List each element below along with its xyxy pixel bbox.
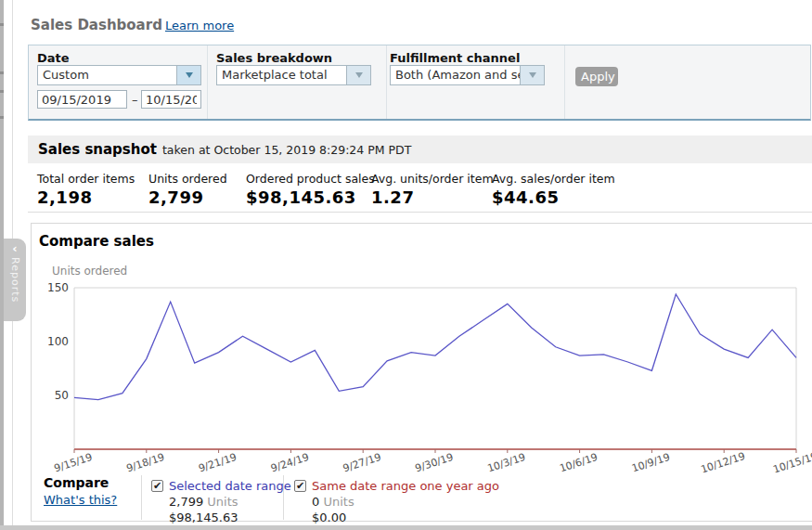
legend-units: 2,799 Units	[169, 495, 238, 509]
legend-sales: $0.00	[312, 511, 346, 524]
x-tick-label: 9/15/19	[53, 451, 94, 474]
chevron-left-icon: ‹	[12, 242, 17, 255]
legend-series-name: Selected date range	[169, 479, 291, 493]
stat-total-order-items: Total order items 2,198	[37, 172, 135, 207]
fulfillment-channel-selected: Both (Amazon and seller)	[391, 66, 520, 84]
x-tick-label: 9/18/19	[125, 451, 166, 474]
legend-divider	[141, 475, 142, 520]
fulfillment-dropdown-button[interactable]	[520, 66, 544, 84]
series-line	[74, 294, 796, 400]
snapshot-timestamp: taken at October 15, 2019 8:29:24 PM PDT	[162, 143, 411, 157]
learn-more-link[interactable]: Learn more	[165, 19, 234, 32]
splitter-grip	[0, 71, 4, 74]
snapshot-stats-row: Total order items 2,198 Units ordered 2,…	[28, 163, 812, 213]
y-axis-title: Units ordered	[52, 265, 127, 278]
x-tick-label: 10/15/19	[771, 450, 812, 475]
chevron-down-icon	[355, 72, 363, 78]
compare-label: Compare	[44, 475, 109, 490]
stat-units-ordered: Units ordered 2,799	[148, 172, 227, 207]
date-filter-label: Date	[37, 51, 70, 65]
one-year-ago-checkbox[interactable]: ✔	[294, 480, 306, 492]
date-range-dropdown[interactable]: Custom	[37, 65, 201, 85]
date-to-input[interactable]	[141, 90, 201, 109]
y-tick-label: 150	[47, 281, 69, 294]
filter-divider	[207, 45, 208, 119]
sales-snapshot-title: Sales snapshot	[38, 141, 157, 158]
date-from-input[interactable]	[37, 90, 127, 109]
date-range-selected: Custom	[38, 66, 176, 84]
splitter-grip	[0, 116, 4, 119]
x-tick-label: 10/6/19	[558, 451, 599, 474]
date-separator: –	[132, 93, 138, 107]
x-tick-label: 10/3/19	[486, 451, 527, 474]
stat-avg-sales-order-item: Avg. sales/order item $44.65	[492, 172, 615, 207]
splitter-grip	[0, 23, 4, 26]
sales-breakdown-dropdown-button[interactable]	[346, 66, 370, 84]
window-bottom-edge	[0, 525, 812, 530]
sales-breakdown-dropdown[interactable]: Marketplace total	[216, 65, 371, 85]
compare-sales-title: Compare sales	[39, 233, 154, 250]
sales-breakdown-label: Sales breakdown	[216, 51, 332, 65]
x-tick-label: 9/30/19	[414, 451, 455, 474]
splitter-grip	[0, 90, 4, 93]
y-tick-label: 100	[47, 335, 69, 348]
date-dropdown-button[interactable]	[176, 66, 200, 84]
chevron-down-icon	[186, 72, 193, 78]
selected-range-checkbox[interactable]: ✔	[151, 480, 163, 492]
whats-this-link[interactable]: What's this?	[44, 493, 117, 507]
legend-sales: $98,145.63	[169, 511, 238, 524]
stat-ordered-product-sales: Ordered product sales $98,145.63	[246, 172, 375, 207]
apply-button[interactable]: Apply	[575, 67, 618, 86]
x-tick-label: 10/9/19	[630, 451, 671, 474]
fulfillment-channel-label: Fulfillment channel	[390, 51, 520, 65]
sales-snapshot-header: Sales snapshot taken at October 15, 2019…	[28, 136, 812, 163]
x-tick-label: 10/12/19	[700, 450, 747, 475]
x-tick-label: 9/21/19	[197, 451, 238, 474]
chevron-down-icon	[529, 72, 536, 78]
legend-units: 0 Units	[312, 495, 354, 509]
y-tick-label: 50	[55, 389, 69, 402]
sales-dashboard-screen: ‹ Reports Sales Dashboard Learn more Dat…	[0, 0, 812, 530]
x-tick-label: 9/27/19	[342, 451, 382, 474]
page-title: Sales Dashboard	[31, 17, 162, 33]
legend-series-name: Same date range one year ago	[312, 479, 499, 493]
fulfillment-channel-dropdown[interactable]: Both (Amazon and seller)	[390, 65, 545, 85]
filter-divider	[564, 45, 565, 119]
filter-divider	[386, 45, 387, 119]
sales-breakdown-selected: Marketplace total	[217, 66, 346, 84]
units-ordered-line-chart: Units ordered501001509/15/199/18/199/21/…	[0, 260, 812, 475]
x-tick-label: 9/24/19	[269, 451, 310, 474]
stat-avg-units-order-item: Avg. units/order item 1.27	[371, 172, 494, 207]
